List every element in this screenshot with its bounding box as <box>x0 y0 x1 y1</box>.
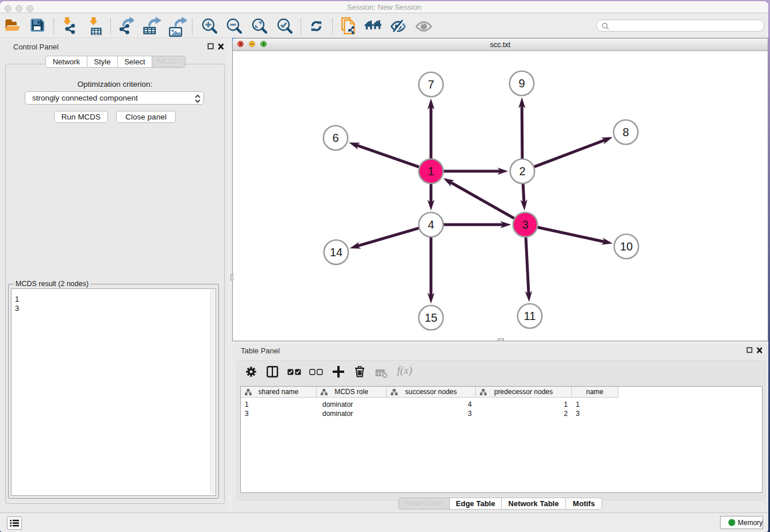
svg-text:2: 2 <box>519 165 525 178</box>
svg-text:15: 15 <box>425 311 437 324</box>
svg-text:8: 8 <box>622 126 629 138</box>
svg-text:1: 1 <box>428 165 434 178</box>
svg-text:9: 9 <box>518 77 525 90</box>
svg-text:11: 11 <box>524 310 536 322</box>
svg-text:6: 6 <box>332 132 338 144</box>
svg-text:7: 7 <box>428 78 434 91</box>
svg-text:10: 10 <box>620 240 633 253</box>
svg-text:4: 4 <box>428 218 434 231</box>
svg-text:3: 3 <box>522 218 528 231</box>
svg-text:14: 14 <box>330 246 342 259</box>
